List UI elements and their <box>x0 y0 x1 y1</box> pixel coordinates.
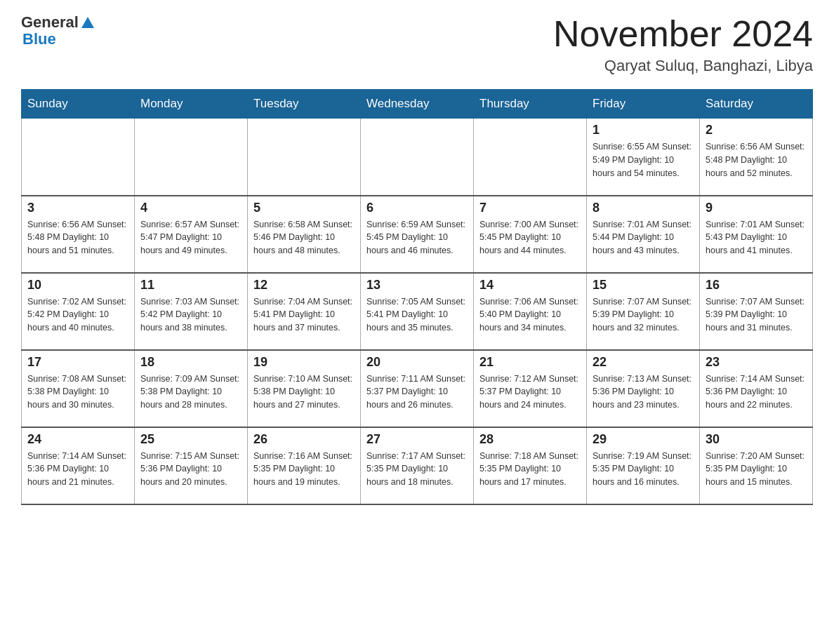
day-number: 28 <box>479 432 581 447</box>
day-info: Sunrise: 7:13 AM Sunset: 5:36 PM Dayligh… <box>593 373 694 412</box>
day-info: Sunrise: 6:56 AM Sunset: 5:48 PM Dayligh… <box>27 218 128 257</box>
calendar-week-row: 3Sunrise: 6:56 AM Sunset: 5:48 PM Daylig… <box>22 196 813 273</box>
day-info: Sunrise: 6:56 AM Sunset: 5:48 PM Dayligh… <box>706 140 807 180</box>
calendar-cell: 23Sunrise: 7:14 AM Sunset: 5:36 PM Dayli… <box>700 350 813 427</box>
day-info: Sunrise: 7:04 AM Sunset: 5:41 PM Dayligh… <box>253 295 355 335</box>
month-title: November 2024 <box>553 14 813 54</box>
logo-blue-text: Blue <box>22 31 95 48</box>
calendar-cell <box>248 119 361 196</box>
day-info: Sunrise: 7:11 AM Sunset: 5:37 PM Dayligh… <box>366 373 468 412</box>
day-info: Sunrise: 7:07 AM Sunset: 5:39 PM Dayligh… <box>593 295 694 335</box>
day-info: Sunrise: 6:57 AM Sunset: 5:47 PM Dayligh… <box>140 218 241 257</box>
calendar-cell: 9Sunrise: 7:01 AM Sunset: 5:43 PM Daylig… <box>700 196 813 273</box>
calendar-cell: 30Sunrise: 7:20 AM Sunset: 5:35 PM Dayli… <box>700 427 813 504</box>
day-info: Sunrise: 7:15 AM Sunset: 5:36 PM Dayligh… <box>140 450 241 489</box>
day-number: 15 <box>593 278 694 293</box>
calendar-cell: 21Sunrise: 7:12 AM Sunset: 5:37 PM Dayli… <box>474 350 587 427</box>
calendar-cell <box>135 119 248 196</box>
day-info: Sunrise: 7:09 AM Sunset: 5:38 PM Dayligh… <box>140 373 241 412</box>
calendar-header-row: SundayMondayTuesdayWednesdayThursdayFrid… <box>22 90 813 119</box>
calendar-table: SundayMondayTuesdayWednesdayThursdayFrid… <box>21 89 813 505</box>
title-block: November 2024 Qaryat Suluq, Banghazi, Li… <box>553 14 813 75</box>
calendar-cell: 8Sunrise: 7:01 AM Sunset: 5:44 PM Daylig… <box>587 196 700 273</box>
day-number: 21 <box>479 355 581 370</box>
calendar-cell: 14Sunrise: 7:06 AM Sunset: 5:40 PM Dayli… <box>474 273 587 350</box>
day-number: 14 <box>479 278 581 293</box>
calendar-week-row: 1Sunrise: 6:55 AM Sunset: 5:49 PM Daylig… <box>22 119 813 196</box>
day-info: Sunrise: 6:55 AM Sunset: 5:49 PM Dayligh… <box>593 140 694 180</box>
logo: General Blue <box>21 14 95 48</box>
day-number: 16 <box>706 278 807 293</box>
calendar-cell: 15Sunrise: 7:07 AM Sunset: 5:39 PM Dayli… <box>587 273 700 350</box>
day-info: Sunrise: 7:01 AM Sunset: 5:44 PM Dayligh… <box>593 218 694 257</box>
calendar-cell: 11Sunrise: 7:03 AM Sunset: 5:42 PM Dayli… <box>135 273 248 350</box>
calendar-cell: 17Sunrise: 7:08 AM Sunset: 5:38 PM Dayli… <box>22 350 135 427</box>
calendar-cell: 20Sunrise: 7:11 AM Sunset: 5:37 PM Dayli… <box>361 350 474 427</box>
day-info: Sunrise: 7:20 AM Sunset: 5:35 PM Dayligh… <box>706 450 807 489</box>
day-info: Sunrise: 7:05 AM Sunset: 5:41 PM Dayligh… <box>366 295 468 335</box>
calendar-cell: 27Sunrise: 7:17 AM Sunset: 5:35 PM Dayli… <box>361 427 474 504</box>
day-number: 6 <box>366 201 468 215</box>
location-title: Qaryat Suluq, Banghazi, Libya <box>553 57 813 75</box>
calendar-cell: 2Sunrise: 6:56 AM Sunset: 5:48 PM Daylig… <box>700 119 813 196</box>
day-number: 23 <box>706 355 807 370</box>
day-of-week-header: Monday <box>135 90 248 119</box>
calendar-week-row: 10Sunrise: 7:02 AM Sunset: 5:42 PM Dayli… <box>22 273 813 350</box>
day-number: 27 <box>366 432 468 447</box>
calendar-cell <box>22 119 135 196</box>
calendar-cell: 7Sunrise: 7:00 AM Sunset: 5:45 PM Daylig… <box>474 196 587 273</box>
day-info: Sunrise: 7:06 AM Sunset: 5:40 PM Dayligh… <box>479 295 581 335</box>
day-of-week-header: Tuesday <box>248 90 361 119</box>
day-info: Sunrise: 7:17 AM Sunset: 5:35 PM Dayligh… <box>366 450 468 489</box>
day-number: 9 <box>706 201 807 215</box>
calendar-cell: 18Sunrise: 7:09 AM Sunset: 5:38 PM Dayli… <box>135 350 248 427</box>
calendar-cell: 13Sunrise: 7:05 AM Sunset: 5:41 PM Dayli… <box>361 273 474 350</box>
day-number: 10 <box>27 278 128 293</box>
day-number: 22 <box>593 355 694 370</box>
day-info: Sunrise: 7:14 AM Sunset: 5:36 PM Dayligh… <box>27 450 128 489</box>
day-info: Sunrise: 7:07 AM Sunset: 5:39 PM Dayligh… <box>706 295 807 335</box>
calendar-cell: 3Sunrise: 6:56 AM Sunset: 5:48 PM Daylig… <box>22 196 135 273</box>
day-number: 25 <box>140 432 241 447</box>
calendar-cell: 6Sunrise: 6:59 AM Sunset: 5:45 PM Daylig… <box>361 196 474 273</box>
day-info: Sunrise: 7:02 AM Sunset: 5:42 PM Dayligh… <box>27 295 128 335</box>
day-number: 30 <box>706 432 807 447</box>
day-info: Sunrise: 7:03 AM Sunset: 5:42 PM Dayligh… <box>140 295 241 335</box>
day-of-week-header: Sunday <box>22 90 135 119</box>
logo-general-text: General <box>21 14 79 31</box>
svg-marker-0 <box>81 17 94 28</box>
day-number: 7 <box>479 201 581 215</box>
day-info: Sunrise: 7:14 AM Sunset: 5:36 PM Dayligh… <box>706 373 807 412</box>
day-number: 18 <box>140 355 241 370</box>
day-info: Sunrise: 6:58 AM Sunset: 5:46 PM Dayligh… <box>253 218 355 257</box>
calendar-cell: 25Sunrise: 7:15 AM Sunset: 5:36 PM Dayli… <box>135 427 248 504</box>
day-number: 19 <box>253 355 355 370</box>
day-of-week-header: Friday <box>587 90 700 119</box>
logo-triangle-icon <box>80 15 95 31</box>
day-number: 24 <box>27 432 128 447</box>
day-info: Sunrise: 6:59 AM Sunset: 5:45 PM Dayligh… <box>366 218 468 257</box>
day-number: 8 <box>593 201 694 215</box>
calendar-cell: 4Sunrise: 6:57 AM Sunset: 5:47 PM Daylig… <box>135 196 248 273</box>
day-info: Sunrise: 7:18 AM Sunset: 5:35 PM Dayligh… <box>479 450 581 489</box>
calendar-cell: 1Sunrise: 6:55 AM Sunset: 5:49 PM Daylig… <box>587 119 700 196</box>
day-of-week-header: Thursday <box>474 90 587 119</box>
calendar-cell: 29Sunrise: 7:19 AM Sunset: 5:35 PM Dayli… <box>587 427 700 504</box>
day-number: 20 <box>366 355 468 370</box>
day-of-week-header: Saturday <box>700 90 813 119</box>
day-number: 17 <box>27 355 128 370</box>
calendar-week-row: 24Sunrise: 7:14 AM Sunset: 5:36 PM Dayli… <box>22 427 813 504</box>
calendar-cell <box>361 119 474 196</box>
day-number: 4 <box>140 201 241 215</box>
page-header: General Blue November 2024 Qaryat Suluq,… <box>21 14 813 75</box>
calendar-cell: 26Sunrise: 7:16 AM Sunset: 5:35 PM Dayli… <box>248 427 361 504</box>
day-number: 13 <box>366 278 468 293</box>
calendar-cell: 22Sunrise: 7:13 AM Sunset: 5:36 PM Dayli… <box>587 350 700 427</box>
day-number: 3 <box>27 201 128 215</box>
calendar-cell <box>474 119 587 196</box>
day-info: Sunrise: 7:01 AM Sunset: 5:43 PM Dayligh… <box>706 218 807 257</box>
day-info: Sunrise: 7:08 AM Sunset: 5:38 PM Dayligh… <box>27 373 128 412</box>
calendar-cell: 19Sunrise: 7:10 AM Sunset: 5:38 PM Dayli… <box>248 350 361 427</box>
day-info: Sunrise: 7:12 AM Sunset: 5:37 PM Dayligh… <box>479 373 581 412</box>
day-info: Sunrise: 7:10 AM Sunset: 5:38 PM Dayligh… <box>253 373 355 412</box>
